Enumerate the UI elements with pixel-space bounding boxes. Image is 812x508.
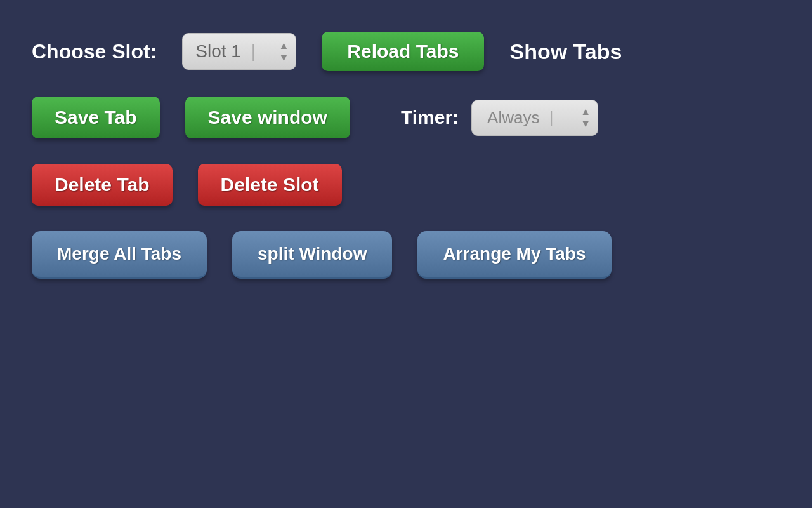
row-choose-slot: Choose Slot: Slot 1 | ▲ ▼ Reload Tabs Sh… xyxy=(32,32,780,71)
reload-tabs-button[interactable]: Reload Tabs xyxy=(322,32,484,71)
timer-group: Timer: Always | ▲ ▼ xyxy=(401,100,598,136)
arrange-my-tabs-button[interactable]: Arrange My Tabs xyxy=(417,231,611,279)
timer-select-value: Always xyxy=(487,108,539,127)
split-window-button[interactable]: split Window xyxy=(232,231,392,279)
timer-label: Timer: xyxy=(401,107,459,128)
row-merge: Merge All Tabs split Window Arrange My T… xyxy=(32,231,780,279)
timer-select-wrapper: Always | ▲ ▼ xyxy=(471,100,598,136)
slot-select-wrapper: Slot 1 | ▲ ▼ xyxy=(182,33,296,70)
show-tabs-label: Show Tabs xyxy=(509,39,622,64)
slot-select-value: Slot 1 xyxy=(195,41,241,61)
merge-all-tabs-button[interactable]: Merge All Tabs xyxy=(32,231,207,279)
delete-slot-button[interactable]: Delete Slot xyxy=(198,164,342,206)
save-window-button[interactable]: Save window xyxy=(185,97,350,138)
row-delete: Delete Tab Delete Slot xyxy=(32,164,780,206)
delete-tab-button[interactable]: Delete Tab xyxy=(32,164,173,206)
choose-slot-label: Choose Slot: xyxy=(32,40,157,64)
slot-select[interactable]: Slot 1 | xyxy=(182,33,296,70)
row-save: Save Tab Save window Timer: Always | ▲ ▼ xyxy=(32,97,780,138)
save-tab-button[interactable]: Save Tab xyxy=(32,97,160,138)
timer-select[interactable]: Always | xyxy=(471,100,598,136)
